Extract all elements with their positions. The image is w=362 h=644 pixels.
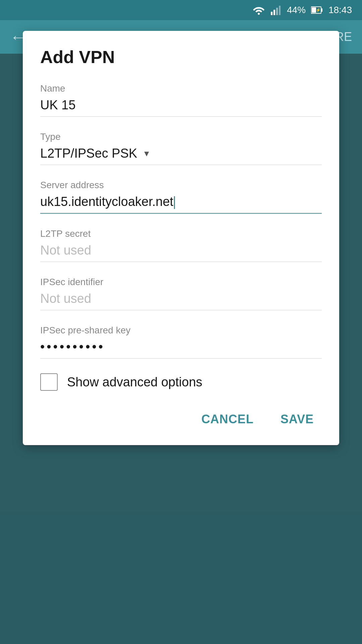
l2tp-secret-field-group: L2TP secret Not used [40, 228, 322, 262]
name-label: Name [40, 83, 322, 94]
type-field-group: Type L2TP/IPSec PSK ▼ [40, 131, 322, 165]
ipsec-identifier-input[interactable]: Not used [40, 291, 322, 310]
chevron-down-icon: ▼ [142, 149, 150, 158]
battery-percent: 44% [287, 5, 306, 15]
svg-point-0 [258, 13, 260, 15]
add-vpn-dialog: Add VPN Name UK 15 Type L2TP/IPSec PSK ▼… [23, 31, 339, 445]
battery-icon: ⚡ [311, 5, 323, 15]
advanced-options-checkbox[interactable] [40, 373, 58, 391]
svg-text:⚡: ⚡ [316, 7, 321, 12]
type-dropdown[interactable]: L2TP/IPSec PSK ▼ [40, 146, 322, 165]
advanced-options-label: Show advanced options [67, 375, 202, 389]
l2tp-secret-input[interactable]: Not used [40, 243, 322, 262]
name-field-group: Name UK 15 [40, 83, 322, 117]
ipsec-preshared-key-input[interactable]: •••••••••• [40, 340, 322, 359]
name-value[interactable]: UK 15 [40, 98, 322, 117]
ipsec-preshared-key-field-group: IPSec pre-shared key •••••••••• [40, 325, 322, 359]
cancel-button[interactable]: CANCEL [193, 407, 262, 432]
text-cursor [174, 196, 175, 209]
svg-rect-6 [321, 8, 322, 12]
svg-rect-3 [276, 8, 278, 15]
svg-rect-1 [271, 12, 273, 15]
save-button[interactable]: SAVE [273, 407, 322, 432]
server-address-field-group: Server address uk15.identitycloaker.net [40, 180, 322, 214]
l2tp-secret-label: L2TP secret [40, 228, 322, 239]
type-label: Type [40, 131, 322, 142]
server-address-label: Server address [40, 180, 322, 191]
ipsec-preshared-key-label: IPSec pre-shared key [40, 325, 322, 336]
clock: 18:43 [328, 5, 352, 15]
svg-rect-4 [279, 6, 281, 15]
ipsec-identifier-label: IPSec identifier [40, 277, 322, 287]
signal-icon [271, 5, 282, 15]
status-icons: 44% ⚡ 18:43 [252, 5, 352, 15]
svg-rect-2 [274, 10, 275, 15]
wifi-icon [252, 5, 265, 15]
server-address-input[interactable]: uk15.identitycloaker.net [40, 195, 322, 214]
dialog-buttons: CANCEL SAVE [40, 407, 322, 432]
type-value: L2TP/IPSec PSK [40, 146, 137, 161]
dialog-title: Add VPN [40, 47, 322, 67]
ipsec-identifier-field-group: IPSec identifier Not used [40, 277, 322, 310]
advanced-options-group: Show advanced options [40, 373, 322, 391]
status-bar: 44% ⚡ 18:43 [0, 0, 362, 20]
